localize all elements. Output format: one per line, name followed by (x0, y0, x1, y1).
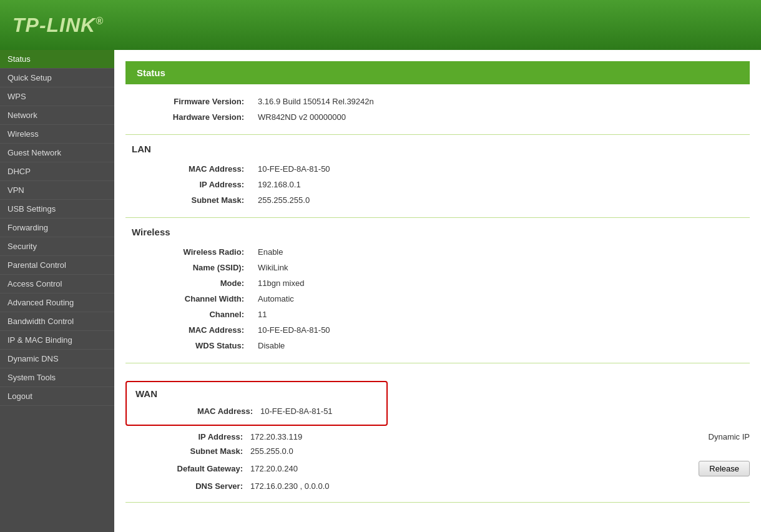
wireless-mac-value: 10-FE-ED-8A-81-50 (253, 323, 749, 337)
wireless-ssid-value: WikiLink (253, 260, 749, 275)
page-title: Status (125, 61, 750, 84)
wireless-wds-row: WDS Status: Disable (127, 338, 749, 353)
wan-dns-row: DNS Server: 172.16.0.230 , 0.0.0.0 (125, 479, 750, 493)
wireless-wds-label: WDS Status: (127, 338, 252, 353)
wireless-mode-value: 11bgn mixed (253, 276, 749, 290)
lan-subnet-value: 255.255.255.0 (253, 193, 749, 207)
firmware-section: Firmware Version: 3.16.9 Build 150514 Re… (125, 84, 750, 135)
lan-table: MAC Address: 10-FE-ED-8A-81-50 IP Addres… (125, 160, 750, 209)
sidebar-item-dhcp[interactable]: DHCP (0, 162, 114, 181)
sidebar-item-quick-setup[interactable]: Quick Setup (0, 69, 114, 87)
wan-gateway-row: Default Gateway: 172.20.0.240 Release (125, 458, 750, 479)
wireless-channel-value: 11 (253, 307, 749, 322)
release-button[interactable]: Release (699, 461, 750, 476)
lan-title: LAN (125, 144, 750, 154)
brand-logo: TP-LINK® (12, 14, 104, 37)
lan-mac-value: 10-FE-ED-8A-81-50 (253, 162, 749, 176)
wan-subnet-value: 255.255.0.0 (250, 446, 750, 456)
sidebar-item-security[interactable]: Security (0, 237, 114, 256)
sidebar-item-forwarding[interactable]: Forwarding (0, 219, 114, 237)
wireless-mode-row: Mode: 11bgn mixed (127, 276, 749, 290)
logo-suffix: ® (96, 16, 104, 26)
wan-section: WAN MAC Address: 10-FE-ED-8A-81-51 IP Ad… (125, 363, 750, 503)
wireless-mac-label: MAC Address: (127, 323, 252, 337)
wan-gateway-value: 172.20.0.240 (250, 464, 661, 473)
wan-subnet-row: Subnet Mask: 255.255.0.0 (125, 444, 750, 458)
firmware-value: 3.16.9 Build 150514 Rel.39242n (253, 94, 749, 109)
wireless-section: Wireless Wireless Radio: Enable Name (SS… (125, 218, 750, 363)
wan-ip-row: IP Address: 172.20.33.119 Dynamic IP (125, 430, 750, 444)
sidebar-item-dynamic-dns[interactable]: Dynamic DNS (0, 350, 114, 368)
lan-mac-row: MAC Address: 10-FE-ED-8A-81-50 (127, 162, 749, 176)
firmware-table: Firmware Version: 3.16.9 Build 150514 Re… (125, 93, 750, 126)
lan-subnet-label: Subnet Mask: (127, 193, 252, 207)
lan-ip-label: IP Address: (127, 177, 252, 192)
lan-section: LAN MAC Address: 10-FE-ED-8A-81-50 IP Ad… (125, 135, 750, 218)
wan-ip-type: Dynamic IP (709, 432, 750, 441)
lan-ip-row: IP Address: 192.168.0.1 (127, 177, 749, 192)
sidebar-item-vpn[interactable]: VPN (0, 181, 114, 200)
wireless-ssid-row: Name (SSID): WikiLink (127, 260, 749, 275)
sidebar-item-guest-network[interactable]: Guest Network (0, 144, 114, 162)
wan-mac-label: MAC Address: (135, 406, 260, 416)
firmware-label: Firmware Version: (127, 94, 252, 109)
sidebar-item-network[interactable]: Network (0, 106, 114, 125)
wireless-mac-row: MAC Address: 10-FE-ED-8A-81-50 (127, 323, 749, 337)
wireless-mode-label: Mode: (127, 276, 252, 290)
logo-text: TP-LINK (12, 14, 96, 36)
wan-subnet-label: Subnet Mask: (125, 446, 250, 456)
header: TP-LINK® (0, 0, 761, 50)
lan-ip-value: 192.168.0.1 (253, 177, 749, 192)
wan-dns-label: DNS Server: (125, 481, 250, 491)
hardware-label: Hardware Version: (127, 110, 252, 124)
wan-box: WAN MAC Address: 10-FE-ED-8A-81-51 (125, 381, 388, 426)
wireless-radio-label: Wireless Radio: (127, 245, 252, 259)
sidebar-item-ip-mac-binding[interactable]: IP & MAC Binding (0, 331, 114, 350)
sidebar-item-wireless[interactable]: Wireless (0, 125, 114, 144)
wireless-channel-label: Channel: (127, 307, 252, 322)
wireless-channel-width-value: Automatic (253, 292, 749, 306)
sidebar-item-bandwidth-control[interactable]: Bandwidth Control (0, 312, 114, 331)
wireless-channel-width-label: Channel Width: (127, 292, 252, 306)
sidebar-item-access-control[interactable]: Access Control (0, 275, 114, 293)
content-area: Firmware Version: 3.16.9 Build 150514 Re… (114, 84, 761, 514)
sidebar-item-advanced-routing[interactable]: Advanced Routing (0, 293, 114, 312)
wireless-wds-value: Disable (253, 338, 749, 353)
wireless-channel-width-row: Channel Width: Automatic (127, 292, 749, 306)
body-row: StatusQuick SetupWPSNetworkWirelessGuest… (0, 50, 761, 532)
wireless-ssid-label: Name (SSID): (127, 260, 252, 275)
sidebar: StatusQuick SetupWPSNetworkWirelessGuest… (0, 50, 114, 532)
sidebar-item-status[interactable]: Status (0, 50, 114, 69)
wan-dns-value: 172.16.0.230 , 0.0.0.0 (250, 481, 750, 491)
sidebar-item-parental-control[interactable]: Parental Control (0, 256, 114, 275)
main-content: Status Firmware Version: 3.16.9 Build 15… (114, 50, 761, 532)
sidebar-item-wps[interactable]: WPS (0, 87, 114, 106)
sidebar-item-usb-settings[interactable]: USB Settings (0, 200, 114, 219)
hardware-row: Hardware Version: WR842ND v2 00000000 (127, 110, 749, 124)
wireless-channel-row: Channel: 11 (127, 307, 749, 322)
lan-mac-label: MAC Address: (127, 162, 252, 176)
wireless-title: Wireless (125, 227, 750, 237)
wan-mac-value: 10-FE-ED-8A-81-51 (260, 406, 378, 416)
hardware-value: WR842ND v2 00000000 (253, 110, 749, 124)
wireless-radio-row: Wireless Radio: Enable (127, 245, 749, 259)
wireless-table: Wireless Radio: Enable Name (SSID): Wiki… (125, 244, 750, 354)
wan-mac-row: MAC Address: 10-FE-ED-8A-81-51 (135, 404, 378, 418)
wan-title: WAN (135, 388, 378, 399)
wan-ip-label: IP Address: (125, 432, 250, 441)
wireless-radio-value: Enable (253, 245, 749, 259)
sidebar-item-logout[interactable]: Logout (0, 387, 114, 406)
wan-ip-value: 172.20.33.119 (250, 432, 671, 441)
firmware-row: Firmware Version: 3.16.9 Build 150514 Re… (127, 94, 749, 109)
lan-subnet-row: Subnet Mask: 255.255.255.0 (127, 193, 749, 207)
sidebar-item-system-tools[interactable]: System Tools (0, 368, 114, 387)
wan-gateway-label: Default Gateway: (125, 464, 250, 473)
